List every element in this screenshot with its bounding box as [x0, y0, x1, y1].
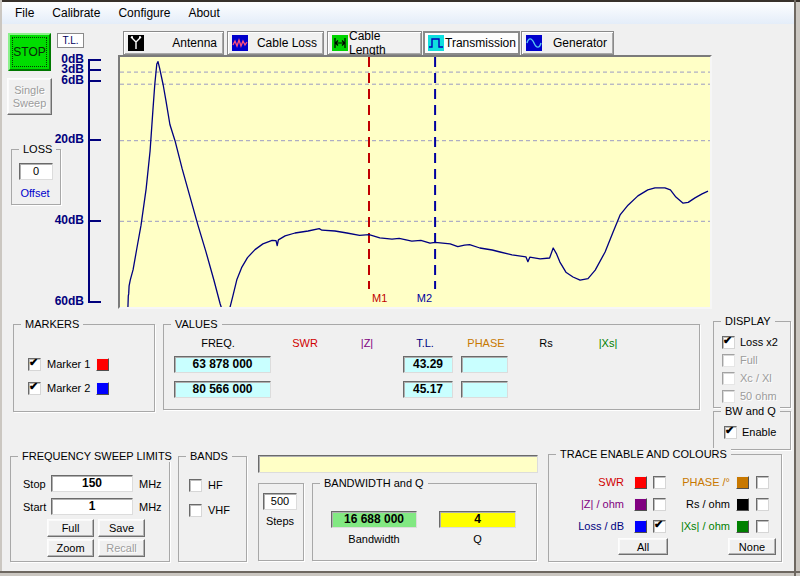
tl-mode-indicator: T.L. — [57, 33, 84, 48]
trace-swr-label: SWR — [554, 476, 624, 489]
marker-label-m2: M2 — [417, 292, 432, 304]
status-strip — [258, 455, 538, 473]
bwq-group-title: BW and Q — [721, 405, 780, 417]
trace-none-button[interactable]: None — [728, 538, 776, 555]
values-header-z: |Z| — [337, 337, 397, 349]
marker2-phase-value — [461, 381, 508, 398]
trace-rs-label: Rs / ohm — [664, 498, 730, 511]
trace-xs-label: |Xs| / ohm — [664, 520, 730, 533]
trace-rs-swatch[interactable] — [736, 498, 749, 511]
recall-button[interactable]: Recall — [98, 539, 145, 557]
db-label-40: 40dB — [32, 214, 84, 227]
start-freq-input[interactable]: 1 — [51, 498, 133, 515]
tab-transmission[interactable]: Transmission — [423, 31, 520, 55]
marker1-label: Marker 1 — [47, 358, 90, 371]
values-group-title: VALUES — [171, 318, 222, 330]
loss-group: LOSS 0 Offset — [11, 149, 61, 205]
loss-offset-input[interactable]: 0 — [19, 163, 53, 180]
tab-cable-length[interactable]: Cable Length — [327, 31, 422, 55]
tab-antenna[interactable]: Antenna — [123, 31, 224, 55]
stop-label: Stop — [23, 478, 46, 491]
values-group: VALUES FREQ. SWR |Z| T.L. PHASE Rs |Xs| … — [163, 324, 700, 410]
tab-generator-label: Generator — [553, 36, 607, 50]
marker1-phase-value — [461, 356, 508, 373]
values-header-xs: |Xs| — [578, 337, 638, 349]
display-group: DISPLAY Loss x2 Full Xc / Xl 50 ohm — [713, 321, 791, 408]
q-value: 4 — [439, 511, 516, 528]
trace-swr-swatch[interactable] — [634, 476, 647, 489]
start-label: Start — [23, 501, 46, 514]
loss-trace-plot: M1M2 — [120, 57, 710, 307]
bwq-enable-label: Enable — [742, 426, 776, 439]
marker2-color-swatch[interactable] — [96, 382, 109, 395]
tab-cable-length-label: Cable Length — [349, 29, 415, 57]
db-tick-0 — [88, 59, 101, 61]
trace-phase-swatch[interactable] — [736, 476, 749, 489]
window-frame-top — [0, 0, 800, 2]
display-full-label: Full — [740, 354, 758, 367]
marker1-freq-value: 63 878 000 — [174, 356, 271, 373]
full-span-button[interactable]: Full — [47, 519, 94, 537]
menu-file[interactable]: File — [6, 3, 43, 23]
bandwidth-group: BANDWIDTH and Q 16 688 000 Bandwidth 4 Q — [312, 483, 537, 561]
trace-enable-group: TRACE ENABLE AND COLOURS SWR PHASE /° |Z… — [548, 454, 782, 562]
zoom-button[interactable]: Zoom — [47, 539, 94, 557]
trace-rs-checkbox[interactable] — [756, 498, 769, 511]
tab-cable-loss[interactable]: Cable Loss — [227, 31, 324, 55]
app-window: File Calibrate Configure About Antenna C… — [0, 0, 800, 576]
trace-loss-label: Loss / dB — [554, 520, 624, 533]
values-header-tl: T.L. — [395, 337, 455, 349]
display-50ohm-checkbox[interactable] — [722, 390, 735, 403]
sweep-limits-title: FREQUENCY SWEEP LIMITS — [18, 450, 176, 462]
marker-label-m1: M1 — [372, 292, 387, 304]
bands-group: BANDS HF VHF — [178, 456, 247, 562]
chart-background — [120, 57, 710, 307]
db-axis-line — [88, 59, 90, 303]
trace-z-swatch[interactable] — [634, 498, 647, 511]
window-frame-bottom-line — [0, 571, 800, 573]
tab-generator[interactable]: Generator — [521, 31, 614, 55]
steps-input[interactable]: 500 — [263, 493, 297, 510]
sweep-chart[interactable]: M1M2 — [118, 55, 712, 309]
trace-z-label: |Z| / ohm — [554, 498, 624, 511]
menu-configure[interactable]: Configure — [109, 3, 179, 23]
marker2-checkbox[interactable] — [28, 382, 41, 395]
trace-xs-swatch[interactable] — [736, 520, 749, 533]
stop-freq-input[interactable]: 150 — [51, 475, 133, 492]
values-header-swr: SWR — [275, 337, 335, 349]
cable-length-icon — [331, 35, 349, 51]
bandwidth-label: Bandwidth — [331, 533, 417, 546]
display-xcxl-checkbox[interactable] — [722, 372, 735, 385]
window-frame-left — [0, 0, 2, 576]
window-frame-right — [796, 0, 800, 576]
bwq-enable-checkbox[interactable] — [724, 426, 737, 439]
trace-enable-title: TRACE ENABLE AND COLOURS — [556, 448, 731, 460]
trace-all-button[interactable]: All — [618, 538, 668, 555]
vhf-checkbox[interactable] — [189, 504, 202, 517]
display-lossx2-checkbox[interactable] — [722, 336, 735, 349]
vhf-label: VHF — [208, 504, 230, 517]
db-tick-40 — [88, 220, 101, 222]
menu-about[interactable]: About — [179, 3, 228, 23]
trace-xs-checkbox[interactable] — [756, 520, 769, 533]
menu-calibrate[interactable]: Calibrate — [43, 3, 109, 23]
trace-phase-checkbox[interactable] — [756, 476, 769, 489]
marker1-checkbox[interactable] — [28, 358, 41, 371]
markers-group-title: MARKERS — [21, 318, 83, 330]
sweep-limits-group: FREQUENCY SWEEP LIMITS Stop 150 MHz Star… — [10, 456, 170, 562]
loss-group-title: LOSS — [19, 143, 56, 155]
steps-label: Steps — [259, 515, 301, 528]
menu-bar: File Calibrate Configure About — [2, 2, 799, 24]
hf-checkbox[interactable] — [189, 479, 202, 492]
display-lossx2-label: Loss x2 — [740, 336, 778, 349]
marker1-color-swatch[interactable] — [96, 358, 109, 371]
q-label: Q — [439, 533, 516, 546]
db-tick-60 — [88, 301, 101, 303]
hf-label: HF — [208, 479, 223, 492]
display-full-checkbox[interactable] — [722, 354, 735, 367]
trace-loss-swatch[interactable] — [634, 520, 647, 533]
save-button[interactable]: Save — [98, 519, 145, 537]
cable-loss-icon — [231, 35, 249, 51]
bandwidth-group-title: BANDWIDTH and Q — [320, 477, 428, 489]
marker2-freq-value: 80 566 000 — [174, 381, 271, 398]
